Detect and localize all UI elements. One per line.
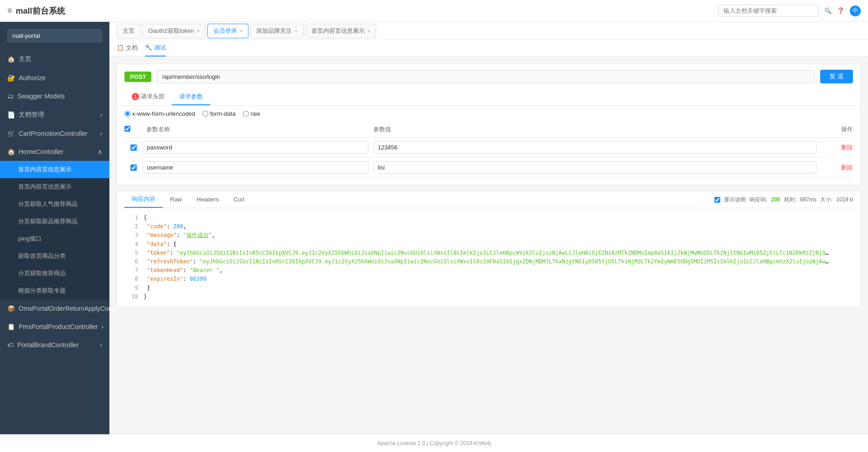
sidebar-sub-item-paged-popular[interactable]: 分页获取人气推荐商品 xyxy=(0,195,109,213)
response-tab-raw[interactable]: Raw xyxy=(163,192,189,207)
response-card: 响应内容 Raw Headers Curl 显示说明 响应码: xyxy=(117,191,861,307)
api-url-input[interactable] xyxy=(157,70,815,83)
tab-close-icon[interactable]: × xyxy=(240,28,243,34)
params-name-col-header: 参数名称 xyxy=(143,125,368,134)
response-tab-content[interactable]: 响应内容 xyxy=(124,191,163,208)
app-title: mall前台系统 xyxy=(16,5,718,16)
chevron-right-icon: › xyxy=(102,323,104,330)
sidebar-group-portal-brand: 🏷 PortalBrandController › xyxy=(0,336,109,354)
response-tabs: 响应内容 Raw Headers Curl 显示说明 响应码: xyxy=(117,191,860,208)
param-tab-request-headers[interactable]: 1 请求头部 xyxy=(124,89,172,105)
main-layout: mall-portal 🏠 主页 🔐 Authorize 🗂 Swagger M… xyxy=(0,22,868,434)
oms-icon: 📦 xyxy=(7,305,15,312)
show-desc-checkbox[interactable] xyxy=(714,197,720,203)
code-line-8: 8 "expiresIn": 86399 xyxy=(124,275,853,283)
param-password-delete[interactable]: 删除 xyxy=(841,144,853,151)
format-form-data[interactable]: form-data xyxy=(202,110,236,117)
sidebar-item-label: PortalBrandController xyxy=(17,341,79,349)
sidebar-sub-item-category-topic[interactable]: 根据分类获取专题 xyxy=(0,282,109,299)
response-time: 687ms xyxy=(800,196,816,203)
params-select-all-checkbox[interactable] xyxy=(124,126,130,132)
show-desc-label: 显示说明 xyxy=(724,196,746,204)
sidebar-group-header-cart[interactable]: 🛒 CartPromotionController › xyxy=(0,124,109,143)
response-status-bar: 显示说明 响应码: 200 耗时: 687ms 大小: 1019 b xyxy=(714,192,853,207)
tab-oauth2[interactable]: Oauth2获取token × xyxy=(142,24,206,38)
sub-nav-label: 文档 xyxy=(126,44,138,52)
header-badge: 1 xyxy=(132,93,139,100)
sidebar-group-cart: 🛒 CartPromotionController › xyxy=(0,124,109,143)
tab-brand-follow[interactable]: 添加品牌关注 × xyxy=(250,24,303,38)
help-icon[interactable]: ❓ xyxy=(837,7,844,14)
tab-close-icon[interactable]: × xyxy=(196,28,199,34)
sub-nav-docs[interactable]: 📋 文档 xyxy=(117,40,138,56)
param-tabs: 1 请求头部 请求参数 xyxy=(117,89,860,106)
tab-main[interactable]: 主页 xyxy=(117,24,140,38)
sidebar-item-label: PmsPortalProductController xyxy=(19,323,98,330)
format-urlencoded-radio[interactable] xyxy=(124,111,130,117)
code-line-6: 6 "refreshToken": "eyJhbGciOiJSUzI1NiIsI… xyxy=(124,257,831,266)
sidebar-item-swagger-models[interactable]: 🗂 Swagger Models xyxy=(0,87,109,105)
params-value-col-header: 参数值 xyxy=(373,125,816,134)
sidebar-sub-item-homepage-display-active[interactable]: 首页内容页信息展示 xyxy=(0,161,109,178)
sidebar-item-label: 主页 xyxy=(19,55,31,63)
param-tab-label: 请求头部 xyxy=(141,92,165,101)
sidebar-group-header-oms[interactable]: 📦 OmsPortalOrderReturnApplyCont... › xyxy=(0,299,109,318)
folder-icon: 🗂 xyxy=(7,92,14,100)
send-button[interactable]: 发 送 xyxy=(820,70,853,83)
sidebar-sub-item-ping[interactable]: ping接口 xyxy=(0,230,109,247)
sidebar: mall-portal 🏠 主页 🔐 Authorize 🗂 Swagger M… xyxy=(0,22,109,434)
params-table: 参数名称 参数值 操作 删除 xyxy=(117,122,860,185)
response-tab-label: Raw xyxy=(170,196,182,203)
request-card: POST 发 送 1 请求头部 请求参数 xyxy=(117,64,861,185)
search-icon[interactable]: 🔍 xyxy=(824,7,832,14)
format-options: x-www-form-urlencoded form-data raw xyxy=(117,106,860,122)
param-password-checkbox[interactable] xyxy=(130,144,137,151)
portal-select[interactable]: mall-portal xyxy=(7,29,102,42)
tab-homepage-display[interactable]: 首页内容页信息展示 × xyxy=(305,24,376,38)
param-username-delete[interactable]: 删除 xyxy=(841,164,853,171)
param-username-name[interactable] xyxy=(143,161,368,174)
cart-icon: 🛒 xyxy=(7,130,15,137)
format-raw[interactable]: raw xyxy=(243,110,260,117)
tab-label: 添加品牌关注 xyxy=(256,27,292,35)
controller-icon: 🏠 xyxy=(7,148,15,155)
param-tab-request-params[interactable]: 请求参数 xyxy=(172,89,210,105)
tab-close-icon[interactable]: × xyxy=(294,28,297,34)
tab-member-login[interactable]: 会员登录 × xyxy=(207,24,248,38)
format-raw-radio[interactable] xyxy=(243,111,249,117)
sidebar-sub-item-paged-recommend[interactable]: 分页获取推荐商品 xyxy=(0,265,109,282)
sidebar-group-header-doc-manage[interactable]: 📄 文档管理 › xyxy=(0,105,109,124)
sidebar-item-home[interactable]: 🏠 主页 xyxy=(0,50,109,69)
debug-nav-icon: 🔧 xyxy=(145,44,152,51)
format-form-data-radio[interactable] xyxy=(202,111,208,117)
user-icon[interactable]: 中 xyxy=(850,5,861,16)
hamburger-icon[interactable]: ≡ xyxy=(7,6,12,15)
param-username-value[interactable] xyxy=(374,161,816,174)
format-label: form-data xyxy=(210,110,236,117)
param-password-name[interactable] xyxy=(143,141,368,154)
search-area: 🔍 ❓ 中 xyxy=(718,5,861,17)
sub-nav-debug[interactable]: 🔧 调试 xyxy=(145,40,166,56)
search-input[interactable] xyxy=(718,5,819,17)
response-tab-label: 响应内容 xyxy=(132,195,155,202)
tab-close-icon[interactable]: × xyxy=(367,28,370,34)
sidebar-item-label: Authorize xyxy=(19,74,46,82)
sidebar-item-authorize[interactable]: 🔐 Authorize xyxy=(0,69,109,87)
format-urlencoded[interactable]: x-www-form-urlencoded xyxy=(124,110,195,117)
sidebar-sub-item-homepage-display[interactable]: 首页内容页信息展示 xyxy=(0,178,109,195)
param-password-value[interactable] xyxy=(374,141,816,154)
param-row-password: 删除 xyxy=(124,138,853,158)
api-content: POST 发 送 1 请求头部 请求参数 xyxy=(109,56,868,434)
param-username-checkbox[interactable] xyxy=(130,164,137,171)
sidebar-group-header-home-controller[interactable]: 🏠 HomeController ∧ xyxy=(0,143,109,161)
api-url-bar: POST 发 送 xyxy=(117,64,860,89)
sidebar-sub-item-paged-new[interactable]: 分页获取新品推荐商品 xyxy=(0,213,109,230)
response-tab-headers[interactable]: Headers xyxy=(189,192,226,207)
sidebar-group-header-portal-brand[interactable]: 🏷 PortalBrandController › xyxy=(0,336,109,354)
sidebar-group-header-pms[interactable]: 📋 PmsPortalProductController › xyxy=(0,318,109,336)
sidebar-group-pms: 📋 PmsPortalProductController › xyxy=(0,318,109,336)
chevron-down-icon: ∧ xyxy=(98,148,102,155)
method-badge: POST xyxy=(124,72,151,82)
response-tab-curl[interactable]: Curl xyxy=(226,192,252,207)
sidebar-sub-item-homepage-category[interactable]: 获取首页商品分类 xyxy=(0,247,109,265)
